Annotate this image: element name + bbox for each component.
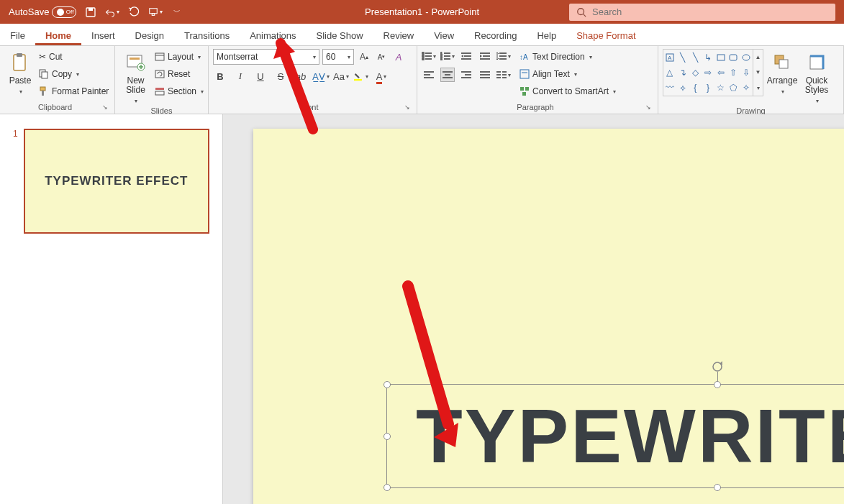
align-right-button[interactable] xyxy=(459,68,473,82)
reset-button[interactable]: Reset xyxy=(155,66,204,82)
grow-font-button[interactable]: A▴ xyxy=(357,50,371,64)
from-beginning-icon[interactable]: ▾ xyxy=(148,5,163,19)
text-direction-button[interactable]: ↕A Text Direction▾ xyxy=(519,49,616,65)
shape-more-icon[interactable]: ✧ xyxy=(740,81,753,96)
shape-freeform-icon[interactable]: ⟡ xyxy=(676,81,689,96)
shape-arrow-icon[interactable]: ⇨ xyxy=(702,65,714,80)
search-box[interactable] xyxy=(569,4,835,21)
layout-label: Layout xyxy=(168,52,194,62)
paragraph-launcher[interactable]: ↘ xyxy=(643,102,653,112)
copy-button[interactable]: Copy▾ xyxy=(39,66,109,82)
shape-brace-l-icon[interactable]: { xyxy=(689,81,702,96)
change-case-button[interactable]: Aa▾ xyxy=(334,69,348,83)
shape-triangle-icon[interactable]: △ xyxy=(663,65,676,80)
arrange-button[interactable]: Arrange▾ xyxy=(766,49,798,96)
highlight-button[interactable]: ▾ xyxy=(354,69,368,83)
shape-diamond-icon[interactable]: ◇ xyxy=(689,65,702,80)
gallery-up-icon[interactable]: ▲ xyxy=(753,50,763,65)
paste-button[interactable]: Paste▾ xyxy=(4,49,36,96)
shape-brace-r-icon[interactable]: } xyxy=(702,81,714,96)
tab-view[interactable]: View xyxy=(424,26,464,45)
autosave-toggle[interactable]: AutoSave Off xyxy=(9,6,76,18)
slide-thumbnail[interactable]: TYPEWRITER EFFECT xyxy=(24,129,209,234)
align-text-button[interactable]: Align Text▾ xyxy=(519,66,616,82)
justify-button[interactable] xyxy=(478,68,492,82)
align-left-button[interactable] xyxy=(422,68,436,82)
clear-formatting-button[interactable]: A xyxy=(391,50,406,64)
svg-point-23 xyxy=(422,52,424,54)
new-slide-button[interactable]: New Slide▾ xyxy=(119,49,152,106)
line-spacing-button[interactable]: ▾ xyxy=(496,49,511,63)
shrink-font-button[interactable]: A▾ xyxy=(374,50,389,64)
bold-button[interactable]: B xyxy=(213,69,227,83)
undo-icon[interactable]: ▾ xyxy=(105,5,119,19)
quick-styles-button[interactable]: Quick Styles▾ xyxy=(801,49,832,106)
decrease-indent-button[interactable] xyxy=(459,49,473,63)
shape-arrowup-icon[interactable]: ⇧ xyxy=(727,65,740,80)
bullets-button[interactable]: ▾ xyxy=(422,49,436,63)
shape-arrowdown-icon[interactable]: ⇩ xyxy=(740,65,753,80)
convert-smartart-button[interactable]: Convert to SmartArt▾ xyxy=(519,83,616,99)
cut-button[interactable]: ✂ Cut xyxy=(39,49,109,65)
shape-roundrect-icon[interactable] xyxy=(727,50,740,65)
shape-star-icon[interactable]: ☆ xyxy=(714,81,727,96)
thumbnail-pane[interactable]: 1 TYPEWRITER EFFECT xyxy=(0,114,223,504)
cut-icon: ✂ xyxy=(39,52,46,62)
font-launcher[interactable]: ↘ xyxy=(402,102,412,112)
font-size-value: 60 xyxy=(326,52,335,62)
shape-line-icon[interactable]: ╲ xyxy=(676,50,689,65)
svg-rect-11 xyxy=(42,91,44,96)
increase-indent-button[interactable] xyxy=(478,49,492,63)
tab-recording[interactable]: Recording xyxy=(464,26,527,45)
rotate-handle[interactable] xyxy=(712,361,723,372)
slide-canvas[interactable]: TYPEWRITE xyxy=(223,114,844,504)
shape-curve-icon[interactable]: 〰 xyxy=(663,81,676,96)
tab-design[interactable]: Design xyxy=(125,26,174,45)
handle-tm[interactable] xyxy=(714,381,721,388)
clipboard-launcher[interactable]: ↘ xyxy=(100,102,110,112)
section-button[interactable]: Section▾ xyxy=(155,83,204,99)
layout-button[interactable]: Layout▾ xyxy=(155,49,204,65)
save-icon[interactable] xyxy=(83,5,98,19)
tab-review[interactable]: Review xyxy=(373,26,425,45)
annotation-arrow-2 xyxy=(399,280,464,453)
shape-rect-icon[interactable] xyxy=(714,50,727,65)
tab-home[interactable]: Home xyxy=(35,26,81,45)
gallery-more-icon[interactable]: ▾ xyxy=(753,81,763,96)
format-painter-button[interactable]: Format Painter xyxy=(39,83,109,99)
tab-insert[interactable]: Insert xyxy=(81,26,125,45)
align-center-button[interactable] xyxy=(440,68,455,82)
italic-button[interactable]: I xyxy=(233,69,248,83)
font-size-combo[interactable]: 60▾ xyxy=(322,49,354,65)
svg-line-5 xyxy=(584,14,586,17)
underline-button[interactable]: U xyxy=(253,69,268,83)
shape-line2-icon[interactable]: ╲ xyxy=(689,50,702,65)
autosave-state: Off xyxy=(66,9,74,15)
quick-styles-label: Quick Styles xyxy=(805,76,829,95)
handle-ml[interactable] xyxy=(384,433,391,440)
handle-bm[interactable] xyxy=(714,484,721,491)
shape-elbow-icon[interactable]: ↴ xyxy=(676,65,689,80)
tab-help[interactable]: Help xyxy=(527,26,566,45)
handle-bl[interactable] xyxy=(384,484,391,491)
font-color-button[interactable]: A▾ xyxy=(374,69,389,83)
columns-button[interactable]: ▾ xyxy=(496,68,511,82)
qat-customize-icon[interactable]: ﹀ xyxy=(170,5,184,19)
numbering-button[interactable]: 123▾ xyxy=(440,49,455,63)
shape-arrowleft-icon[interactable]: ⇦ xyxy=(714,65,727,80)
shape-callout-icon[interactable]: ⬠ xyxy=(727,81,740,96)
slide[interactable]: TYPEWRITE xyxy=(253,129,844,504)
tab-file[interactable]: File xyxy=(0,26,35,45)
tab-transitions[interactable]: Transitions xyxy=(174,26,240,45)
svg-text:3: 3 xyxy=(440,58,443,60)
tab-shape-format[interactable]: Shape Format xyxy=(566,26,645,45)
shape-oval-icon[interactable] xyxy=(740,50,753,65)
shape-gallery[interactable]: A ╲ ╲ ↳ △ ↴ ◇ ⇨ ⇦ ⇧ ⇩ 〰 ⟡ { xyxy=(663,49,763,96)
handle-tl[interactable] xyxy=(384,381,391,388)
search-input[interactable] xyxy=(592,6,828,17)
shape-connector-icon[interactable]: ↳ xyxy=(702,50,714,65)
shape-textbox-icon[interactable]: A xyxy=(663,50,676,65)
redo-icon[interactable] xyxy=(127,5,141,19)
paste-label: Paste xyxy=(9,76,32,86)
gallery-down-icon[interactable]: ▼ xyxy=(753,65,763,80)
